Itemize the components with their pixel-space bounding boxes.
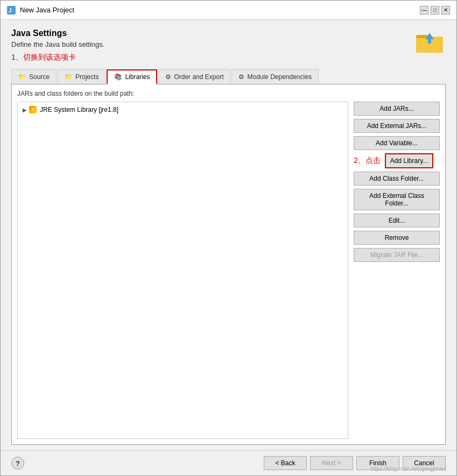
add-jars-button[interactable]: Add JARs... xyxy=(354,102,440,116)
migrate-jar-button: Migrate JAR File... xyxy=(354,248,440,262)
add-class-folder-button[interactable]: Add Class Folder... xyxy=(354,172,440,186)
header-text: Java Settings Define the Java build sett… xyxy=(11,29,104,62)
tabs-container: 📁 Source 📁 Projects 📚 Libraries ⚙ Order … xyxy=(11,69,446,84)
libraries-tab-icon: 📚 xyxy=(114,73,122,81)
add-external-class-folder-button[interactable]: Add External Class Folder... xyxy=(354,189,440,210)
folder-illustration xyxy=(413,29,446,55)
tab-libraries[interactable]: 📚 Libraries xyxy=(107,69,157,84)
tree-item-jre[interactable]: ▶ J JRE System Library [jre1.8] xyxy=(20,105,345,115)
annotation-2: 2、点击 xyxy=(354,156,381,166)
add-library-button[interactable]: Add Library... xyxy=(385,153,433,168)
close-button[interactable]: ✕ xyxy=(441,6,450,15)
help-button[interactable]: ? xyxy=(11,457,24,470)
window-title: New Java Project xyxy=(20,6,74,14)
app-icon: J xyxy=(7,6,16,15)
tab-module-dependencies[interactable]: ⚙ Module Dependencies xyxy=(231,69,318,84)
annotation-1: 1、切换到该选项卡 xyxy=(11,53,104,62)
header-section: Java Settings Define the Java build sett… xyxy=(11,29,446,62)
annotation-row: 2、点击 Add Library... xyxy=(354,153,440,168)
maximize-button[interactable]: □ xyxy=(431,6,439,15)
buttons-panel: Add JARs... Add External JARs... Add Var… xyxy=(354,102,440,439)
tab-projects[interactable]: 📁 Projects xyxy=(58,69,106,84)
projects-tab-icon: 📁 xyxy=(65,73,73,81)
page-title: Java Settings xyxy=(11,29,104,38)
content-area: Java Settings Define the Java build sett… xyxy=(1,20,456,450)
tab-order-export[interactable]: ⚙ Order and Export xyxy=(158,69,230,84)
main-window: J New Java Project — □ ✕ Java Settings D… xyxy=(0,0,457,476)
svg-rect-3 xyxy=(416,35,428,38)
watermark: https://blog.csdn.net/xjxngjrmed xyxy=(370,466,446,472)
jre-icon: J xyxy=(29,106,37,113)
panel-content: ▶ J JRE System Library [jre1.8] Add JARs… xyxy=(17,102,440,439)
svg-text:J: J xyxy=(9,8,12,13)
edit-button[interactable]: Edit... xyxy=(354,214,440,228)
tab-source[interactable]: 📁 Source xyxy=(11,69,57,84)
svg-rect-5 xyxy=(428,38,431,44)
titlebar-left: J New Java Project xyxy=(7,6,74,15)
tree-area[interactable]: ▶ J JRE System Library [jre1.8] xyxy=(17,102,348,439)
panel-label: JARs and class folders on the build path… xyxy=(17,90,440,97)
back-button[interactable]: < Back xyxy=(264,456,307,470)
page-subtitle: Define the Java build settings. xyxy=(11,40,104,48)
tree-item-label: JRE System Library [jre1.8] xyxy=(40,106,118,113)
footer-left: ? xyxy=(11,457,24,470)
add-external-jars-button[interactable]: Add External JARs... xyxy=(354,119,440,133)
window-controls: — □ ✕ xyxy=(420,6,450,15)
minimize-button[interactable]: — xyxy=(420,6,428,15)
add-variable-button[interactable]: Add Variable... xyxy=(354,136,440,150)
titlebar: J New Java Project — □ ✕ xyxy=(1,1,456,20)
main-panel: JARs and class folders on the build path… xyxy=(11,84,446,445)
module-tab-icon: ⚙ xyxy=(238,73,244,81)
tree-arrow-icon: ▶ xyxy=(23,107,27,113)
remove-button[interactable]: Remove xyxy=(354,231,440,245)
next-button: Next > xyxy=(310,456,353,470)
order-tab-icon: ⚙ xyxy=(165,73,171,81)
source-tab-icon: 📁 xyxy=(18,73,26,81)
